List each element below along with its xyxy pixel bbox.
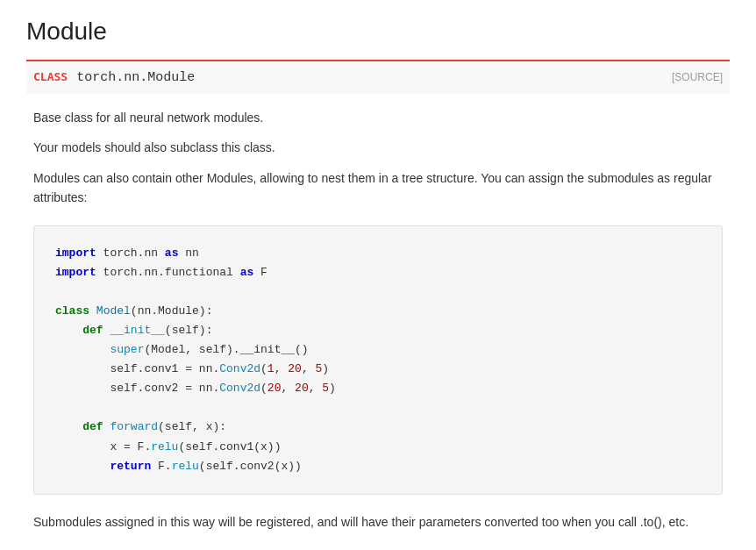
desc-line2: Your models should also subclass this cl… — [33, 138, 723, 157]
source-link[interactable]: [SOURCE] — [672, 71, 723, 83]
code-line-7: self.conv1 = nn.Conv2d(1, 20, 5) — [55, 360, 701, 379]
desc-line1: Base class for all neural network module… — [33, 108, 723, 127]
code-line-6: super(Model, self).__init__() — [55, 340, 701, 360]
code-line-8: self.conv2 = nn.Conv2d(20, 20, 5) — [55, 379, 701, 398]
code-line-5: def __init__(self): — [55, 321, 701, 340]
code-line-10: def forward(self, x): — [55, 418, 701, 437]
code-line-1: import torch.nn as nn — [55, 244, 701, 263]
code-line-2: import torch.nn.functional as F — [55, 263, 701, 282]
description-block: Base class for all neural network module… — [26, 108, 730, 208]
code-line-4: class Model(nn.Module): — [55, 302, 701, 321]
class-badge: CLASS — [33, 70, 68, 83]
desc-line3: Modules can also contain other Modules, … — [33, 168, 723, 208]
code-line-9 — [55, 398, 701, 418]
code-line-11: x = F.relu(self.conv1(x)) — [55, 438, 701, 457]
code-block: import torch.nn as nn import torch.nn.fu… — [33, 225, 723, 495]
bottom-text: Submodules assigned in this way will be … — [26, 512, 730, 532]
page-title: Module — [26, 18, 730, 46]
code-line-12: return F.relu(self.conv2(x)) — [55, 457, 701, 476]
code-line-3 — [55, 282, 701, 302]
class-name: torch.nn.Module — [76, 70, 195, 85]
class-header: CLASS torch.nn.Module [SOURCE] — [26, 60, 730, 94]
